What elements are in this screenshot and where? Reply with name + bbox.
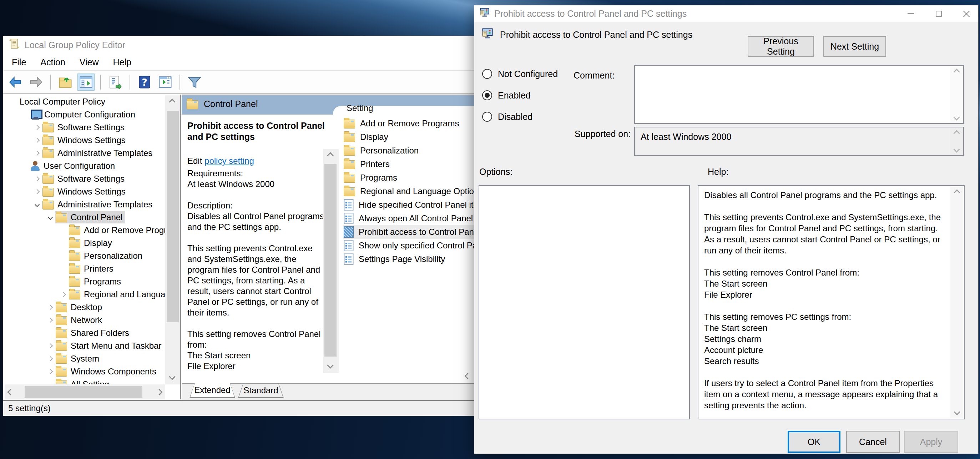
help-panel[interactable]: Disables all Control Panel programs and … [698,185,965,419]
cancel-button[interactable]: Cancel [846,431,900,453]
help-icon[interactable]: ? [136,73,153,91]
scroll-up-icon[interactable] [169,99,175,105]
tree-item-windows-settings[interactable]: Windows Settings [32,134,129,147]
scroll-up-icon[interactable] [327,152,333,158]
radio-enabled[interactable]: Enabled [482,88,531,102]
collapse-chevron-icon[interactable] [32,203,42,206]
tree-item-display[interactable]: Display [59,237,115,250]
tree-item-system[interactable]: System [46,352,102,365]
expand-chevron-icon[interactable] [32,126,42,129]
tree-item-body[interactable]: Printers [68,263,116,275]
tree-item-windows-components[interactable]: Windows Components [46,365,159,378]
up-one-level-icon[interactable] [57,73,74,91]
tree-item-desktop[interactable]: Desktop [46,301,105,314]
previous-setting-button[interactable]: Previous Setting [748,36,814,57]
scroll-down-icon[interactable] [169,373,175,380]
tree-item-user-configuration[interactable]: User Configuration [19,159,118,172]
tree-item-body[interactable]: Display [68,237,115,249]
list-scroll-left-icon[interactable] [464,373,471,379]
show-window-icon[interactable] [157,73,174,91]
expand-chevron-icon[interactable] [46,344,55,347]
scroll-down-icon[interactable] [953,146,960,152]
expand-chevron-icon[interactable] [32,139,42,142]
tree-item-windows-settings[interactable]: Windows Settings [32,185,129,198]
tree-item-body[interactable]: Windows Settings [42,186,129,198]
tree-item-body[interactable]: Software Settings [42,121,127,134]
tree-vertical-scrollbar[interactable] [165,95,180,384]
expand-chevron-icon[interactable] [32,151,42,155]
menu-view[interactable]: View [72,57,106,67]
tree-item-body[interactable]: User Configuration [29,159,118,172]
console-tree-icon[interactable] [78,73,95,91]
tree-item-all-setting[interactable]: All Setting [46,378,112,384]
tree-item-computer-configuration[interactable]: Computer Configuration [19,108,138,121]
tree-item-regional-and-language-opt[interactable]: Regional and Language Opt [59,288,165,301]
supported-scrollbar[interactable] [950,128,963,155]
tree-item-personalization[interactable]: Personalization [59,250,145,262]
tree-item-body[interactable]: Shared Folders [55,327,132,339]
tree-item-start-menu-and-taskbar[interactable]: Start Menu and Taskbar [46,339,164,352]
tree-item-control-panel[interactable]: Control Panel [46,211,125,224]
tree-item-body[interactable]: All Setting [55,378,112,384]
expand-chevron-icon[interactable] [46,319,55,322]
tree-item-body[interactable]: Desktop [55,301,105,313]
close-icon[interactable] [955,6,978,21]
tree-item-body[interactable]: Software Settings [42,173,127,185]
comment-input[interactable] [634,65,964,124]
apply-button[interactable]: Apply [904,431,958,453]
minimize-icon[interactable] [899,6,923,21]
expand-chevron-icon[interactable] [46,306,55,309]
tree-item-body[interactable]: Programs [68,276,124,288]
tree-item-administrative-templates[interactable]: Administrative Templates [32,198,155,211]
expand-chevron-icon[interactable] [32,177,42,181]
tree-item-local-computer-policy[interactable]: Local Computer Policy [6,95,108,108]
tree-selection[interactable]: Control Panel [55,211,125,223]
tree-item-body[interactable]: Administrative Templates [42,147,155,159]
scrollbar-thumb[interactable] [167,111,179,322]
next-setting-button[interactable]: Next Setting [823,36,886,57]
dialog-titlebar[interactable]: Prohibit access to Control Panel and PC … [474,5,978,22]
tree-item-body[interactable]: Local Computer Policy [15,96,108,108]
scroll-right-icon[interactable] [156,389,162,395]
scroll-up-icon[interactable] [953,130,960,136]
tree-item-network[interactable]: Network [46,314,105,327]
collapse-chevron-icon[interactable] [46,215,55,219]
tree-item-administrative-templates[interactable]: Administrative Templates [32,147,155,159]
tree-item-shared-folders[interactable]: Shared Folders [46,327,132,339]
tree-horizontal-scrollbar[interactable] [5,384,165,399]
radio-not-configured[interactable]: Not Configured [482,67,558,81]
tree-item-body[interactable]: Personalization [68,250,145,262]
supported-on-field[interactable]: At least Windows 2000 [634,127,964,156]
tree-item-body[interactable]: Windows Settings [42,134,129,146]
filter-icon[interactable] [186,73,203,91]
expand-chevron-icon[interactable] [46,357,55,360]
expand-chevron-icon[interactable] [32,190,42,193]
scroll-left-icon[interactable] [7,389,14,395]
export-list-icon[interactable] [107,73,124,91]
policy-setting-link[interactable]: policy setting [205,156,254,166]
expand-chevron-icon[interactable] [46,370,55,373]
comment-scrollbar[interactable] [950,67,963,123]
maximize-icon[interactable] [927,6,950,21]
scrollbar-thumb[interactable] [325,164,337,357]
menu-help[interactable]: Help [106,57,138,67]
tab-extended[interactable]: Extended [189,384,235,398]
back-icon[interactable] [7,73,24,91]
tree-item-body[interactable]: Regional and Language Opt [68,288,165,301]
radio-unchecked-icon[interactable] [482,69,492,79]
scrollbar-thumb[interactable] [25,386,142,398]
menu-file[interactable]: File [5,57,33,67]
help-scrollbar[interactable] [950,186,963,418]
ok-button[interactable]: OK [788,431,840,453]
scroll-up-icon[interactable] [954,189,960,196]
tree-item-add-or-remove-programs[interactable]: Add or Remove Programs [59,224,165,237]
expand-chevron-icon[interactable] [59,293,68,296]
tab-standard[interactable]: Standard [238,384,284,398]
scroll-down-icon[interactable] [327,362,333,368]
options-panel[interactable] [479,185,690,419]
tree-item-printers[interactable]: Printers [59,262,116,275]
radio-checked-icon[interactable] [482,90,492,100]
scroll-down-icon[interactable] [954,409,960,415]
tree-item-programs[interactable]: Programs [59,275,124,288]
tree-item-software-settings[interactable]: Software Settings [32,172,127,185]
